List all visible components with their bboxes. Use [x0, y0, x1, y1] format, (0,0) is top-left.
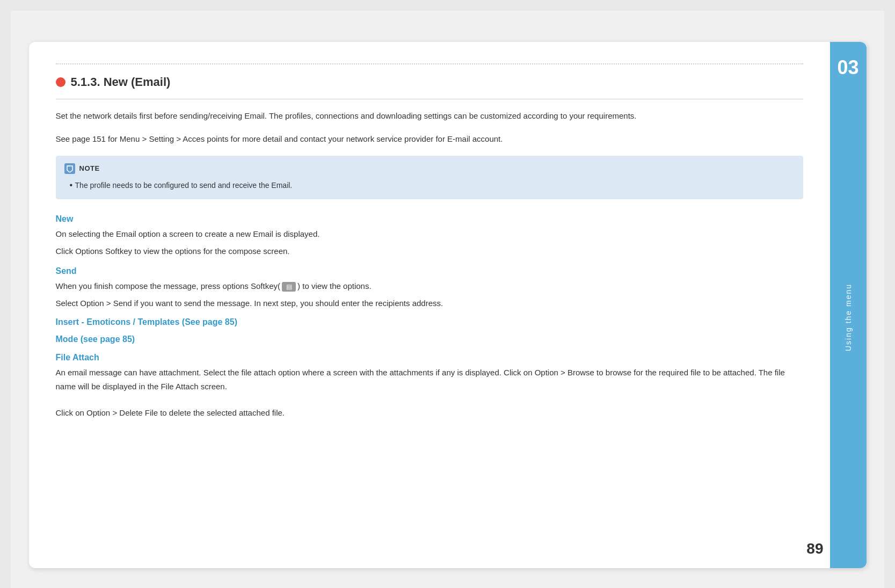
note-icon: [64, 163, 75, 174]
sidebar-vertical-text: Using the menu: [844, 77, 853, 557]
chapter-number: 03: [837, 58, 858, 77]
file-attach-title: File Attach: [56, 353, 803, 362]
note-header: NOTE: [64, 163, 792, 174]
file-attach-para1: An email message can have attachment. Se…: [56, 366, 803, 393]
subsection-file-attach: File Attach An email message can have at…: [56, 353, 803, 420]
section-heading: 5.1.3. New (Email): [56, 75, 803, 89]
page-number: 89: [806, 540, 823, 557]
subsection-title-send: Send: [56, 266, 803, 276]
subsection-new: New On selecting the Email option a scre…: [56, 214, 803, 258]
section-divider: [56, 99, 803, 99]
intro-text-1: Set the network details first before sen…: [56, 109, 803, 123]
link-emoticons[interactable]: Insert - Emoticons / Templates (See page…: [56, 317, 803, 327]
subsection-send: Send When you finish compose the message…: [56, 266, 803, 310]
send-line-2: Select Option > Send if you want to send…: [56, 296, 803, 310]
note-label: NOTE: [79, 164, 100, 172]
main-content: 5.1.3. New (Email) Set the network detai…: [29, 42, 830, 568]
file-attach-para2: Click on Option > Delete File to delete …: [56, 406, 803, 420]
red-circle-icon: [56, 77, 66, 87]
link-mode[interactable]: Mode (see page 85): [56, 335, 803, 344]
note-bullet-text: The profile needs to be configured to se…: [64, 178, 792, 192]
book-page: 5.1.3. New (Email) Set the network detai…: [29, 42, 867, 568]
subsection-title-new: New: [56, 214, 803, 224]
section-title: 5.1.3. New (Email): [71, 75, 171, 89]
dotted-divider: [56, 63, 803, 64]
softkey-icon: [282, 282, 296, 292]
new-line-1: On selecting the Email option a screen t…: [56, 227, 803, 241]
intro-text-2: See page 151 for Menu > Setting > Acces …: [56, 132, 803, 146]
page-container: 5.1.3. New (Email) Set the network detai…: [11, 11, 884, 588]
note-box: NOTE The profile needs to be configured …: [56, 156, 803, 200]
new-line-2: Click Options Softkey to view the option…: [56, 244, 803, 258]
send-line-1: When you finish compose the message, pre…: [56, 279, 803, 293]
right-sidebar: 03 Using the menu: [830, 42, 867, 568]
